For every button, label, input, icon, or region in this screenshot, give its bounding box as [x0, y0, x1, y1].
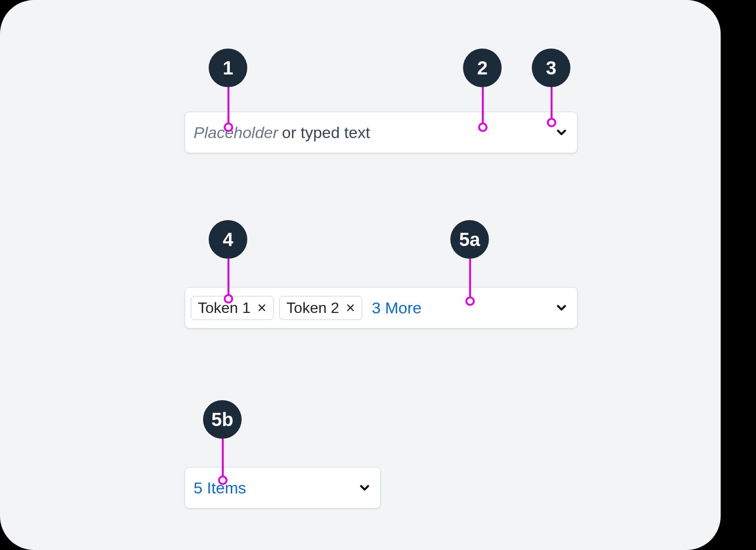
- diagram-canvas: 1 2 3 Placeholder or typed text 4 5a Tok…: [0, 0, 721, 550]
- annotation-badge-1: 1: [209, 49, 247, 87]
- leader-5a: [469, 259, 471, 301]
- chevron-down-icon[interactable]: [554, 301, 569, 315]
- close-icon[interactable]: [257, 300, 267, 316]
- overflow-more-link[interactable]: 3 More: [372, 299, 422, 317]
- token-chip-2[interactable]: Token 2: [279, 296, 362, 320]
- leader-1: [228, 87, 229, 127]
- leader-4: [228, 259, 229, 299]
- combobox-multiselect[interactable]: Token 1 Token 2 3 More: [185, 287, 577, 328]
- chevron-down-icon[interactable]: [358, 481, 372, 495]
- annotation-badge-3: 3: [532, 49, 570, 87]
- token-label: Token 2: [286, 299, 339, 317]
- token-label: Token 1: [198, 299, 251, 317]
- combobox-summary[interactable]: 5 Items: [185, 467, 381, 509]
- leader-5b: [222, 439, 224, 480]
- placeholder-text: Placeholder: [194, 123, 278, 142]
- leader-3: [551, 87, 553, 123]
- chevron-down-icon[interactable]: [554, 125, 569, 140]
- close-icon[interactable]: [346, 300, 355, 316]
- annotation-badge-5b: 5b: [203, 400, 242, 439]
- typed-text: or typed text: [282, 123, 370, 142]
- annotation-badge-2: 2: [463, 49, 502, 87]
- leader-2: [482, 87, 484, 127]
- annotation-badge-4: 4: [209, 220, 247, 259]
- annotation-badge-5a: 5a: [450, 220, 489, 259]
- combobox-typeahead[interactable]: Placeholder or typed text: [185, 112, 577, 153]
